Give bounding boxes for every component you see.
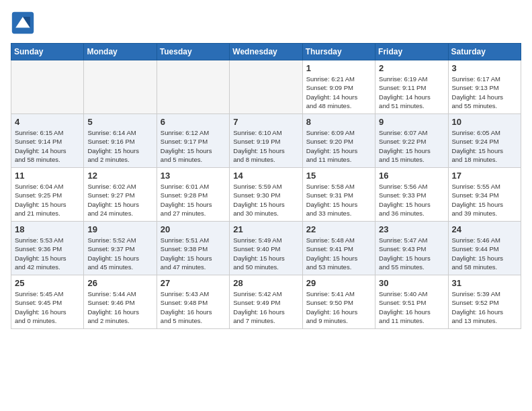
- day-info: Sunrise: 5:56 AM Sunset: 9:33 PM Dayligh…: [379, 182, 444, 218]
- day-number: 8: [306, 117, 371, 127]
- header-monday: Monday: [84, 44, 157, 60]
- logo: [11, 11, 39, 35]
- week-row-1: 1Sunrise: 6:21 AM Sunset: 9:09 PM Daylig…: [11, 60, 521, 114]
- day-cell: 11Sunrise: 6:04 AM Sunset: 9:25 PM Dayli…: [11, 168, 84, 222]
- day-cell: 10Sunrise: 6:05 AM Sunset: 9:24 PM Dayli…: [448, 114, 521, 168]
- header-tuesday: Tuesday: [157, 44, 229, 60]
- day-cell: 6Sunrise: 6:12 AM Sunset: 9:17 PM Daylig…: [157, 114, 229, 168]
- day-cell: 13Sunrise: 6:01 AM Sunset: 9:28 PM Dayli…: [157, 168, 229, 222]
- day-number: 6: [161, 117, 226, 127]
- day-cell: 3Sunrise: 6:17 AM Sunset: 9:13 PM Daylig…: [448, 60, 521, 114]
- day-cell: 14Sunrise: 5:59 AM Sunset: 9:30 PM Dayli…: [230, 168, 302, 222]
- day-number: 26: [87, 278, 152, 288]
- day-info: Sunrise: 6:19 AM Sunset: 9:11 PM Dayligh…: [379, 75, 444, 110]
- day-cell: 12Sunrise: 6:02 AM Sunset: 9:27 PM Dayli…: [84, 168, 157, 222]
- day-info: Sunrise: 6:01 AM Sunset: 9:28 PM Dayligh…: [161, 182, 226, 218]
- week-row-4: 18Sunrise: 5:53 AM Sunset: 9:36 PM Dayli…: [11, 222, 521, 275]
- day-number: 2: [379, 63, 444, 73]
- day-number: 1: [306, 63, 371, 73]
- day-cell: 26Sunrise: 5:44 AM Sunset: 9:46 PM Dayli…: [84, 275, 157, 329]
- day-info: Sunrise: 6:05 AM Sunset: 9:24 PM Dayligh…: [452, 128, 517, 164]
- day-info: Sunrise: 6:21 AM Sunset: 9:09 PM Dayligh…: [306, 75, 371, 110]
- week-row-3: 11Sunrise: 6:04 AM Sunset: 9:25 PM Dayli…: [11, 168, 521, 222]
- header-sunday: Sunday: [11, 44, 84, 60]
- day-info: Sunrise: 5:53 AM Sunset: 9:36 PM Dayligh…: [15, 236, 80, 271]
- day-info: Sunrise: 6:10 AM Sunset: 9:19 PM Dayligh…: [233, 128, 298, 164]
- day-number: 11: [15, 171, 80, 181]
- day-info: Sunrise: 5:52 AM Sunset: 9:37 PM Dayligh…: [87, 236, 152, 271]
- day-info: Sunrise: 6:17 AM Sunset: 9:13 PM Dayligh…: [452, 75, 517, 110]
- day-cell: 23Sunrise: 5:47 AM Sunset: 9:43 PM Dayli…: [375, 222, 448, 275]
- day-number: 19: [87, 224, 152, 234]
- day-cell: 21Sunrise: 5:49 AM Sunset: 9:40 PM Dayli…: [230, 222, 302, 275]
- day-info: Sunrise: 5:46 AM Sunset: 9:44 PM Dayligh…: [452, 236, 517, 271]
- day-info: Sunrise: 5:55 AM Sunset: 9:34 PM Dayligh…: [452, 182, 517, 218]
- day-cell: 29Sunrise: 5:41 AM Sunset: 9:50 PM Dayli…: [302, 275, 375, 329]
- day-number: 7: [233, 117, 298, 127]
- day-number: 3: [452, 63, 517, 73]
- day-info: Sunrise: 5:41 AM Sunset: 9:50 PM Dayligh…: [306, 289, 371, 325]
- day-cell: [157, 60, 229, 114]
- day-info: Sunrise: 5:49 AM Sunset: 9:40 PM Dayligh…: [233, 236, 298, 271]
- day-number: 22: [306, 224, 371, 234]
- page-header: [11, 11, 521, 35]
- header-saturday: Saturday: [448, 44, 521, 60]
- day-info: Sunrise: 5:58 AM Sunset: 9:31 PM Dayligh…: [306, 182, 371, 218]
- day-cell: 8Sunrise: 6:09 AM Sunset: 9:20 PM Daylig…: [302, 114, 375, 168]
- day-cell: 22Sunrise: 5:48 AM Sunset: 9:41 PM Dayli…: [302, 222, 375, 275]
- day-number: 10: [452, 117, 517, 127]
- week-row-5: 25Sunrise: 5:45 AM Sunset: 9:45 PM Dayli…: [11, 275, 521, 329]
- day-cell: 28Sunrise: 5:42 AM Sunset: 9:49 PM Dayli…: [230, 275, 302, 329]
- header-friday: Friday: [375, 44, 448, 60]
- day-cell: 25Sunrise: 5:45 AM Sunset: 9:45 PM Dayli…: [11, 275, 84, 329]
- day-cell: 2Sunrise: 6:19 AM Sunset: 9:11 PM Daylig…: [375, 60, 448, 114]
- day-cell: 20Sunrise: 5:51 AM Sunset: 9:38 PM Dayli…: [157, 222, 229, 275]
- day-info: Sunrise: 5:44 AM Sunset: 9:46 PM Dayligh…: [87, 289, 152, 325]
- day-number: 20: [161, 224, 226, 234]
- logo-icon: [11, 11, 35, 35]
- day-number: 12: [87, 171, 152, 181]
- day-number: 25: [15, 278, 80, 288]
- day-cell: 31Sunrise: 5:39 AM Sunset: 9:52 PM Dayli…: [448, 275, 521, 329]
- header-wednesday: Wednesday: [230, 44, 302, 60]
- day-cell: 16Sunrise: 5:56 AM Sunset: 9:33 PM Dayli…: [375, 168, 448, 222]
- day-info: Sunrise: 5:45 AM Sunset: 9:45 PM Dayligh…: [15, 289, 80, 325]
- day-cell: 15Sunrise: 5:58 AM Sunset: 9:31 PM Dayli…: [302, 168, 375, 222]
- day-number: 30: [379, 278, 444, 288]
- day-cell: [11, 60, 84, 114]
- day-number: 16: [379, 171, 444, 181]
- day-number: 24: [452, 224, 517, 234]
- day-number: 9: [379, 117, 444, 127]
- day-info: Sunrise: 6:02 AM Sunset: 9:27 PM Dayligh…: [87, 182, 152, 218]
- day-info: Sunrise: 5:51 AM Sunset: 9:38 PM Dayligh…: [161, 236, 226, 271]
- day-number: 14: [233, 171, 298, 181]
- day-info: Sunrise: 6:04 AM Sunset: 9:25 PM Dayligh…: [15, 182, 80, 218]
- header-thursday: Thursday: [302, 44, 375, 60]
- day-info: Sunrise: 6:15 AM Sunset: 9:14 PM Dayligh…: [15, 128, 80, 164]
- day-info: Sunrise: 5:40 AM Sunset: 9:51 PM Dayligh…: [379, 289, 444, 325]
- day-info: Sunrise: 6:12 AM Sunset: 9:17 PM Dayligh…: [161, 128, 226, 164]
- day-number: 15: [306, 171, 371, 181]
- day-cell: 1Sunrise: 6:21 AM Sunset: 9:09 PM Daylig…: [302, 60, 375, 114]
- day-cell: 9Sunrise: 6:07 AM Sunset: 9:22 PM Daylig…: [375, 114, 448, 168]
- day-info: Sunrise: 5:43 AM Sunset: 9:48 PM Dayligh…: [161, 289, 226, 325]
- week-row-2: 4Sunrise: 6:15 AM Sunset: 9:14 PM Daylig…: [11, 114, 521, 168]
- day-cell: 4Sunrise: 6:15 AM Sunset: 9:14 PM Daylig…: [11, 114, 84, 168]
- day-cell: 17Sunrise: 5:55 AM Sunset: 9:34 PM Dayli…: [448, 168, 521, 222]
- day-cell: [230, 60, 302, 114]
- day-number: 17: [452, 171, 517, 181]
- day-info: Sunrise: 5:59 AM Sunset: 9:30 PM Dayligh…: [233, 182, 298, 218]
- day-number: 23: [379, 224, 444, 234]
- day-cell: 7Sunrise: 6:10 AM Sunset: 9:19 PM Daylig…: [230, 114, 302, 168]
- day-number: 4: [15, 117, 80, 127]
- day-info: Sunrise: 5:42 AM Sunset: 9:49 PM Dayligh…: [233, 289, 298, 325]
- day-number: 21: [233, 224, 298, 234]
- day-number: 27: [161, 278, 226, 288]
- day-number: 13: [161, 171, 226, 181]
- calendar-table: SundayMondayTuesdayWednesdayThursdayFrid…: [11, 43, 521, 329]
- day-info: Sunrise: 5:47 AM Sunset: 9:43 PM Dayligh…: [379, 236, 444, 271]
- day-info: Sunrise: 5:39 AM Sunset: 9:52 PM Dayligh…: [452, 289, 517, 325]
- day-cell: 24Sunrise: 5:46 AM Sunset: 9:44 PM Dayli…: [448, 222, 521, 275]
- day-number: 18: [15, 224, 80, 234]
- day-info: Sunrise: 6:09 AM Sunset: 9:20 PM Dayligh…: [306, 128, 371, 164]
